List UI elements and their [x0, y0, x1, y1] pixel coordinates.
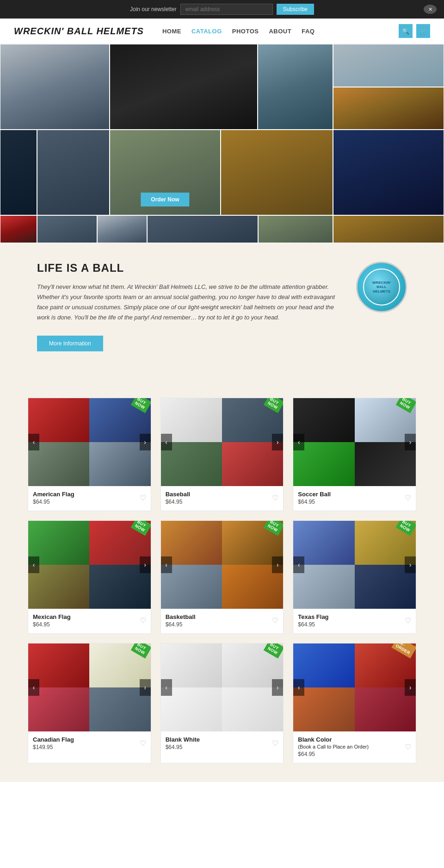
- product-name-2: Baseball: [166, 491, 272, 498]
- life-body: They'll never know what hit them. At Wre…: [37, 282, 342, 323]
- brand-logo-circle: WRECKIN'BALLHELMETS: [356, 262, 407, 312]
- order-now-button[interactable]: Order Now: [141, 193, 189, 206]
- product-texas-flag: BUYNOW ‹ › Texas Flag $64.95 ♡: [293, 520, 416, 634]
- more-info-button[interactable]: More Information: [37, 336, 103, 351]
- product-name-5: Basketball: [166, 613, 272, 620]
- wishlist-icon-3[interactable]: ♡: [405, 493, 411, 502]
- subscribe-button[interactable]: Subscribe: [277, 4, 314, 15]
- wishlist-icon-2[interactable]: ♡: [272, 493, 278, 502]
- product-image-texas-flag: BUYNOW ‹ ›: [293, 521, 416, 609]
- hero-small-2: [37, 215, 97, 243]
- product-image-american-flag: BUYNOW ‹ ›: [28, 398, 151, 486]
- wishlist-icon-7[interactable]: ♡: [140, 739, 146, 748]
- product-price-7: $149.95: [33, 744, 140, 750]
- wishlist-icon-5[interactable]: ♡: [272, 616, 278, 625]
- product-mexican-flag: BUYNOW ‹ › Mexican Flag $64.95 ♡: [28, 520, 151, 634]
- carousel-prev-2[interactable]: ‹: [161, 434, 172, 450]
- product-name-7: Canadian Flag: [33, 736, 140, 743]
- site-logo[interactable]: WRECKIN' BALL HELMETS: [14, 26, 144, 37]
- product-details-3: Soccer Ball $64.95: [298, 491, 405, 505]
- product-info-6: Texas Flag $64.95 ♡: [293, 609, 416, 633]
- wishlist-icon-1[interactable]: ♡: [140, 493, 146, 502]
- product-details-4: Mexican Flag $64.95: [33, 613, 140, 628]
- search-icon: 🔍: [402, 28, 409, 35]
- product-image-soccer-ball: BUYNOW ‹ ›: [293, 398, 416, 486]
- product-details-6: Texas Flag $64.95: [298, 613, 405, 628]
- newsletter-input[interactable]: [180, 4, 273, 15]
- carousel-next-9[interactable]: ›: [405, 679, 416, 696]
- hero-photo-7: Order Now: [110, 130, 221, 215]
- nav-icons: 🔍 🛒: [399, 24, 430, 38]
- carousel-prev-1[interactable]: ‹: [28, 434, 39, 450]
- product-name-8: Blank White: [166, 736, 272, 743]
- hero-photo-6: [37, 130, 110, 215]
- product-baseball: BUYNOW ‹ › Baseball $64.95 ♡: [160, 398, 284, 511]
- carousel-next-8[interactable]: ›: [272, 679, 283, 696]
- product-info-3: Soccer Ball $64.95 ♡: [293, 486, 416, 511]
- carousel-next-4[interactable]: ›: [140, 556, 151, 573]
- product-american-flag: BUYNOW ‹ › American Flag $64.95 ♡: [28, 398, 151, 511]
- carousel-prev-4[interactable]: ‹: [28, 556, 39, 573]
- main-header: WRECKIN' BALL HELMETS HOME CATALOG PHOTO…: [0, 19, 444, 44]
- carousel-prev-8[interactable]: ‹: [161, 679, 172, 696]
- wishlist-icon-4[interactable]: ♡: [140, 616, 146, 625]
- product-name-6: Texas Flag: [298, 613, 405, 620]
- nav-faq[interactable]: FAQ: [302, 28, 314, 35]
- product-details-2: Baseball $64.95: [166, 491, 272, 505]
- product-price-2: $64.95: [166, 499, 272, 505]
- hero-photo-8: [221, 130, 333, 215]
- product-details-5: Basketball $64.95: [166, 613, 272, 628]
- product-name-9: Blank Color(Book a Call to Place an Orde…: [298, 736, 405, 750]
- hero-photo-9: [333, 130, 444, 215]
- product-name-3: Soccer Ball: [298, 491, 405, 498]
- carousel-next-2[interactable]: ›: [272, 434, 283, 450]
- hero-small-6: [333, 215, 444, 243]
- newsletter-label: Join our newsletter: [130, 6, 177, 12]
- wishlist-icon-6[interactable]: ♡: [405, 616, 411, 625]
- product-details-8: Blank White $64.95: [166, 736, 272, 750]
- carousel-next-1[interactable]: ›: [140, 434, 151, 450]
- product-price-6: $64.95: [298, 621, 405, 628]
- carousel-prev-7[interactable]: ‹: [28, 679, 39, 696]
- product-name-4: Mexican Flag: [33, 613, 140, 620]
- nav-home[interactable]: HOME: [162, 28, 181, 35]
- product-blank-white: BUYNOW ‹ › Blank White $64.95 ♡: [160, 643, 284, 763]
- hero-small-4: [147, 215, 258, 243]
- hero-photo-4b: [333, 87, 444, 130]
- search-button[interactable]: 🔍: [399, 24, 413, 38]
- hero-photo-5: [0, 130, 37, 215]
- products-section: BUYNOW ‹ › American Flag $64.95 ♡: [0, 388, 444, 782]
- product-price-3: $64.95: [298, 499, 405, 505]
- wishlist-icon-9[interactable]: ♡: [405, 743, 411, 751]
- product-info-1: American Flag $64.95 ♡: [28, 486, 151, 511]
- hero-photo-3: [258, 44, 333, 130]
- product-name-1: American Flag: [33, 491, 140, 498]
- main-nav: HOME CATALOG PHOTOS ABOUT FAQ: [162, 28, 399, 35]
- product-price-4: $64.95: [33, 621, 140, 628]
- carousel-prev-9[interactable]: ‹: [293, 679, 304, 696]
- hero-small-3: [97, 215, 147, 243]
- carousel-next-5[interactable]: ›: [272, 556, 283, 573]
- products-grid: BUYNOW ‹ › American Flag $64.95 ♡: [28, 398, 416, 763]
- product-image-blank-white: BUYNOW ‹ ›: [161, 643, 284, 731]
- wishlist-icon-8[interactable]: ♡: [272, 739, 278, 748]
- hero-small-1: [0, 215, 37, 243]
- nav-catalog[interactable]: CATALOG: [191, 28, 222, 35]
- carousel-next-7[interactable]: ›: [140, 679, 151, 696]
- section-divider: [0, 375, 444, 388]
- product-details-1: American Flag $64.95: [33, 491, 140, 505]
- carousel-next-6[interactable]: ›: [405, 556, 416, 573]
- product-info-4: Mexican Flag $64.95 ♡: [28, 609, 151, 633]
- carousel-prev-5[interactable]: ‹: [161, 556, 172, 573]
- carousel-prev-3[interactable]: ‹: [293, 434, 304, 450]
- product-info-7: Canadian Flag $149.95 ♡: [28, 731, 151, 756]
- hero-photo-4a: [333, 44, 444, 87]
- nav-photos[interactable]: PHOTOS: [232, 28, 259, 35]
- nav-about[interactable]: ABOUT: [269, 28, 291, 35]
- carousel-next-3[interactable]: ›: [405, 434, 416, 450]
- close-button[interactable]: ✕: [424, 5, 437, 14]
- product-blank-color: RE-ORDER ‹ › Blank Color(Book a Call to …: [293, 643, 416, 763]
- product-price-8: $64.95: [166, 744, 272, 750]
- carousel-prev-6[interactable]: ‹: [293, 556, 304, 573]
- cart-button[interactable]: 🛒: [416, 24, 430, 38]
